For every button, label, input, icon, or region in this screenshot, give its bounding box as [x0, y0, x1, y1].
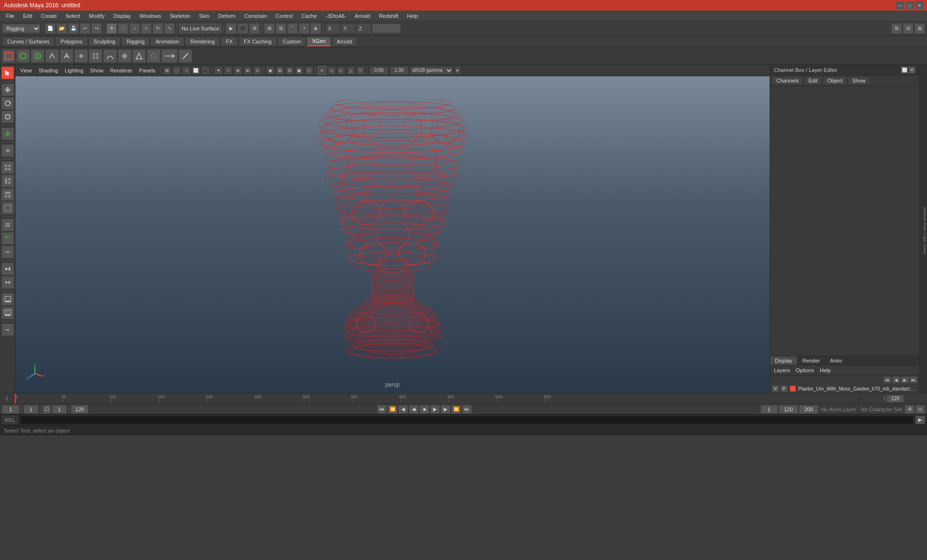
undo-btn[interactable]: ↩: [80, 23, 90, 34]
menu-help[interactable]: Help: [403, 11, 422, 21]
shelf-btn-10[interactable]: [132, 49, 146, 63]
vp-btn-19[interactable]: △: [347, 66, 355, 75]
ipr-btn[interactable]: ⬛: [238, 23, 248, 34]
playback-settings-btn[interactable]: ⚙: [905, 405, 914, 414]
render-settings-btn[interactable]: ⚙: [249, 23, 260, 34]
soft-select-btn[interactable]: [1, 144, 14, 157]
menu-skin[interactable]: Skin: [195, 11, 213, 21]
vp-gamma-select[interactable]: sRGB gamma: [410, 66, 453, 75]
snap-curve-btn[interactable]: ⌒: [287, 23, 298, 34]
rotate-btn[interactable]: ↻: [153, 23, 163, 34]
tab-animation[interactable]: Animation: [150, 37, 184, 46]
vp-btn-1[interactable]: ⊞: [163, 66, 171, 75]
layer-p-btn[interactable]: P: [781, 385, 787, 392]
menu-redshift[interactable]: Redshift: [375, 11, 402, 21]
rp-tab-channels[interactable]: Channels: [772, 76, 803, 85]
layout-btn1[interactable]: ⊞: [891, 23, 902, 34]
cb-sub-help[interactable]: Help: [818, 366, 833, 374]
menu-control[interactable]: Control: [272, 11, 296, 21]
tab-rendering[interactable]: Rendering: [185, 37, 220, 46]
playback-play-forward[interactable]: ▶: [430, 405, 440, 414]
tab-fx[interactable]: FX: [221, 37, 238, 46]
tab-rigging[interactable]: Rigging: [121, 37, 150, 46]
input3-btn[interactable]: [1, 246, 14, 258]
playback-start-frame[interactable]: [24, 405, 38, 414]
menu-windows[interactable]: Windows: [136, 11, 165, 21]
render3-btn[interactable]: [1, 307, 14, 319]
vp-gamma-btn[interactable]: ▾: [454, 66, 461, 75]
shelf-btn-4[interactable]: [45, 49, 59, 63]
new-btn[interactable]: 📄: [45, 23, 56, 34]
viewport-3d[interactable]: X Y Z persp: [15, 76, 770, 393]
playback-step-back[interactable]: ◀: [398, 405, 408, 414]
playback-right-end[interactable]: [779, 405, 798, 414]
input2-btn[interactable]: [1, 232, 14, 245]
layout-btn2[interactable]: ⊟: [903, 23, 913, 34]
show-manipulator-btn[interactable]: [1, 127, 14, 140]
cb-nav-next-next[interactable]: ⏭: [910, 377, 917, 383]
vp-btn-12[interactable]: ⊞: [276, 66, 284, 75]
tab-custom[interactable]: Custom: [278, 37, 307, 46]
menu-file[interactable]: File: [2, 11, 18, 21]
tab-fx-caching[interactable]: FX Caching: [239, 37, 277, 46]
shelf-btn-5[interactable]: [60, 49, 73, 63]
vp-btn-9[interactable]: ⊗: [243, 66, 252, 75]
timeline-end-field[interactable]: [886, 395, 904, 403]
rp-tab-object[interactable]: Object: [823, 76, 847, 85]
vp-btn-16[interactable]: ⊙: [318, 66, 326, 75]
layout2-btn[interactable]: [1, 175, 14, 187]
tab-curves-surfaces[interactable]: Curves / Surfaces: [2, 37, 55, 46]
playback-right-start[interactable]: [760, 405, 778, 414]
playback-play-back[interactable]: ◀: [409, 405, 419, 414]
mel-run-btn[interactable]: ▶: [915, 416, 925, 424]
vp-btn-18[interactable]: ▷: [337, 66, 346, 75]
playback-speed-field[interactable]: [799, 405, 818, 414]
cb-nav-prev[interactable]: ◀: [892, 377, 900, 383]
maximize-button[interactable]: □: [906, 1, 913, 9]
render2-btn[interactable]: [1, 293, 14, 306]
value-field[interactable]: [372, 24, 401, 33]
x-field[interactable]: [325, 24, 340, 33]
tab-sculpting[interactable]: Sculpting: [88, 37, 121, 46]
move-btn[interactable]: ⊹: [141, 23, 152, 34]
vp-input-val2[interactable]: [390, 66, 409, 75]
playback-prev-key[interactable]: ⏪: [388, 405, 397, 414]
grid-btn[interactable]: ⊞: [264, 23, 275, 34]
mel-input[interactable]: [20, 416, 913, 424]
layer-v-btn[interactable]: V: [772, 385, 779, 392]
tab-polygons[interactable]: Polygons: [55, 37, 87, 46]
close-button[interactable]: ✕: [915, 1, 923, 9]
open-btn[interactable]: 📂: [56, 23, 67, 34]
playback-go-end[interactable]: ⏭: [462, 405, 472, 414]
render-btn[interactable]: ▶: [226, 23, 237, 34]
timeline-area[interactable]: 1 1 50 100 150 200 2: [0, 393, 927, 404]
anim1-btn[interactable]: [1, 263, 14, 275]
vp-btn-4[interactable]: ⬜: [192, 66, 200, 75]
playback-stop[interactable]: ■: [420, 405, 429, 414]
playback-next-key[interactable]: ⏩: [451, 405, 461, 414]
shelf-btn-3[interactable]: [31, 49, 44, 63]
shelf-btn-8[interactable]: [103, 49, 117, 63]
lasso-btn[interactable]: ◌: [118, 23, 128, 34]
playback-go-start[interactable]: ⏮: [377, 405, 387, 414]
rp-close-btn[interactable]: ✕: [909, 67, 915, 73]
vp-menu-view[interactable]: View: [17, 67, 35, 74]
menu-3dtool[interactable]: -3DtoAll-: [322, 11, 350, 21]
y-field[interactable]: [341, 24, 355, 33]
layout4-btn[interactable]: [1, 202, 14, 214]
cb-tab-render[interactable]: Render: [798, 356, 825, 365]
vp-btn-3[interactable]: ☆: [182, 66, 191, 75]
menu-skeleton[interactable]: Skeleton: [166, 11, 194, 21]
paint-btn[interactable]: ○: [129, 23, 140, 34]
vp-btn-7[interactable]: ✧: [224, 66, 233, 75]
playback-extra-btn[interactable]: ⊙: [915, 405, 925, 414]
scale-btn[interactable]: ⤡: [164, 23, 175, 34]
snap-view-btn[interactable]: ◈: [310, 23, 321, 34]
playback-range-end[interactable]: [71, 405, 88, 414]
input1-btn[interactable]: [1, 219, 14, 231]
rotate-tool-btn[interactable]: [1, 97, 14, 110]
save-btn[interactable]: 💾: [68, 23, 79, 34]
timeline-track[interactable]: 1 50 100 150 200 250 300 350 400 450 500…: [14, 393, 859, 404]
vp-menu-lighting[interactable]: Lighting: [62, 67, 86, 74]
rp-tab-edit[interactable]: Edit: [804, 76, 822, 85]
